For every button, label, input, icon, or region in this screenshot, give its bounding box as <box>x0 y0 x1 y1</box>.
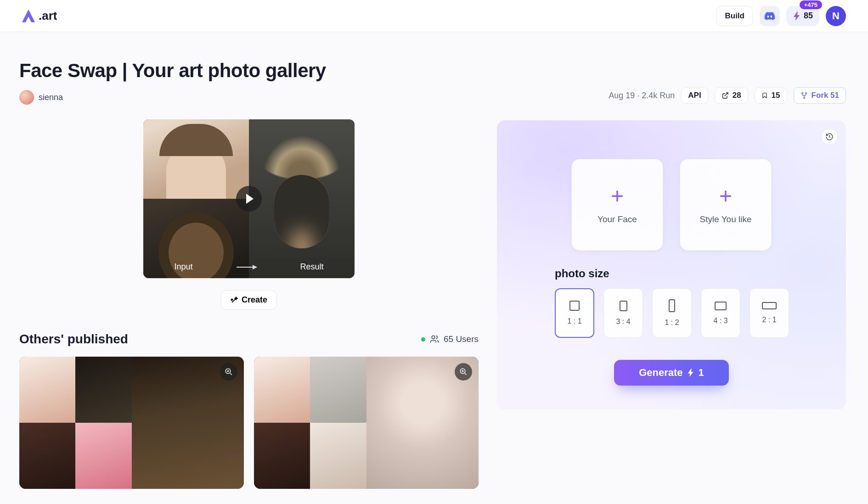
plus-icon: + <box>719 185 732 207</box>
size-option-3-4[interactable]: 3 : 4 <box>603 288 643 338</box>
users-count: 65 Users <box>421 334 479 344</box>
brand-logo[interactable]: .art <box>22 9 57 23</box>
bolt-icon <box>688 369 694 377</box>
credits-button[interactable]: 85 +475 <box>786 6 819 26</box>
size-option-1-1[interactable]: 1 : 1 <box>555 288 594 338</box>
svg-point-4 <box>805 92 806 94</box>
ratio-icon <box>669 299 675 312</box>
user-avatar[interactable]: N <box>826 6 846 26</box>
magic-wand-icon <box>231 297 238 304</box>
history-icon <box>825 133 834 141</box>
online-dot-icon <box>421 337 425 342</box>
others-published-title: Others' published <box>19 332 128 347</box>
svg-point-5 <box>803 97 805 99</box>
magnify-icon <box>459 368 468 376</box>
history-button[interactable] <box>821 129 838 145</box>
bookmark-icon <box>761 92 768 99</box>
published-gallery <box>19 357 479 489</box>
size-option-2-1[interactable]: 2 : 1 <box>750 288 789 338</box>
photo-size-options: 1 : 1 3 : 4 1 : 2 4 : 3 <box>555 288 829 338</box>
upload-your-face[interactable]: + Your Face <box>571 159 663 251</box>
users-icon <box>430 335 439 344</box>
share-icon <box>721 92 729 99</box>
hero-input-label: Input <box>174 262 192 272</box>
zoom-button[interactable] <box>220 363 237 381</box>
ratio-icon <box>620 301 627 311</box>
svg-point-3 <box>801 92 803 94</box>
zoom-button[interactable] <box>455 363 472 381</box>
discord-icon <box>764 11 775 21</box>
page-meta: sienna <box>19 90 479 105</box>
brand-text: .art <box>39 9 57 23</box>
bookmark-chip[interactable]: 15 <box>755 87 787 104</box>
api-chip[interactable]: API <box>681 87 708 104</box>
discord-button[interactable] <box>760 6 780 26</box>
photo-size-label: photo size <box>555 267 829 280</box>
gallery-card[interactable] <box>254 357 479 489</box>
hero-result-label: Result <box>300 262 323 272</box>
logo-mark-icon <box>22 10 35 22</box>
build-button[interactable]: Build <box>716 6 753 26</box>
svg-point-0 <box>432 336 435 339</box>
bolt-icon <box>793 11 801 21</box>
author-link[interactable]: sienna <box>19 90 63 105</box>
header-actions: Build 85 +475 N <box>716 6 846 26</box>
generator-panel: + Your Face + Style You like photo size … <box>497 120 846 409</box>
credits-value: 85 <box>804 11 813 21</box>
ratio-icon <box>569 301 580 311</box>
run-meta: Aug 19 · 2.4k Run <box>609 91 675 101</box>
size-option-1-2[interactable]: 1 : 2 <box>652 288 692 338</box>
arrow-right-icon <box>237 267 257 268</box>
gallery-card[interactable] <box>19 357 244 489</box>
ratio-icon <box>715 302 727 310</box>
app-header: .art Build 85 +475 N <box>0 0 868 32</box>
page-title: Face Swap | Your art photo gallery <box>19 60 479 82</box>
create-button[interactable]: Create <box>221 290 277 310</box>
ratio-icon <box>762 302 777 309</box>
page-actions: Aug 19 · 2.4k Run API 28 15 Fork 51 <box>497 87 846 104</box>
share-chip[interactable]: 28 <box>715 87 748 104</box>
fork-icon <box>800 92 808 99</box>
magnify-icon <box>225 368 233 376</box>
size-option-4-3[interactable]: 4 : 3 <box>701 288 740 338</box>
author-name: sienna <box>39 93 63 102</box>
play-icon <box>236 186 262 212</box>
author-avatar <box>19 90 34 105</box>
upload-style[interactable]: + Style You like <box>680 159 772 251</box>
generate-button[interactable]: Generate 1 <box>614 360 729 386</box>
credits-bonus-badge: +475 <box>800 0 822 9</box>
preview-video[interactable]: Input Result <box>143 119 355 278</box>
plus-icon: + <box>611 185 624 207</box>
fork-button[interactable]: Fork 51 <box>794 87 846 104</box>
